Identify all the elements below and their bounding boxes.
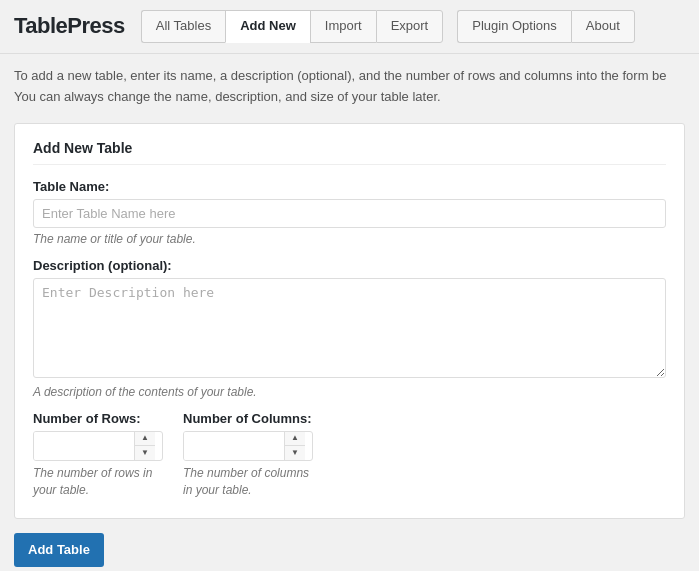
columns-input[interactable]: 5 xyxy=(184,432,284,460)
columns-group: Number of Columns: 5 ▲ ▼ The number of c… xyxy=(183,411,313,499)
tab-export[interactable]: Export xyxy=(376,10,444,43)
columns-input-wrapper: 5 ▲ ▼ xyxy=(183,431,313,461)
table-name-input[interactable] xyxy=(33,199,666,228)
description-hint: A description of the contents of your ta… xyxy=(33,385,666,399)
rows-label: Number of Rows: xyxy=(33,411,163,426)
rows-increment[interactable]: ▲ xyxy=(135,432,155,446)
table-name-label: Table Name: xyxy=(33,179,666,194)
table-name-group: Table Name: The name or title of your ta… xyxy=(33,179,666,246)
rows-spinner: ▲ ▼ xyxy=(134,432,155,460)
row-col-group: Number of Rows: 5 ▲ ▼ The number of rows… xyxy=(33,411,666,499)
form-card: Add New Table Table Name: The name or ti… xyxy=(14,123,685,520)
table-name-hint: The name or title of your table. xyxy=(33,232,666,246)
tab-all-tables[interactable]: All Tables xyxy=(141,10,225,43)
description-line1: To add a new table, enter its name, a de… xyxy=(14,66,685,86)
columns-increment[interactable]: ▲ xyxy=(285,432,305,446)
columns-hint: The number of columns in your table. xyxy=(183,465,313,499)
rows-input-wrapper: 5 ▲ ▼ xyxy=(33,431,163,461)
nav-tabs-right: Plugin Options About xyxy=(457,10,635,43)
columns-label: Number of Columns: xyxy=(183,411,313,426)
columns-decrement[interactable]: ▼ xyxy=(285,446,305,460)
rows-group: Number of Rows: 5 ▲ ▼ The number of rows… xyxy=(33,411,163,499)
description-textarea[interactable] xyxy=(33,278,666,378)
main-content: Add New Table Table Name: The name or ti… xyxy=(0,113,699,571)
form-title: Add New Table xyxy=(33,140,666,165)
tab-import[interactable]: Import xyxy=(310,10,376,43)
description-line2: You can always change the name, descript… xyxy=(14,87,685,107)
rows-decrement[interactable]: ▼ xyxy=(135,446,155,460)
tab-about[interactable]: About xyxy=(571,10,635,43)
logo: TablePress xyxy=(14,13,125,39)
nav-tabs: All Tables Add New Import Export xyxy=(141,10,443,43)
add-table-button[interactable]: Add Table xyxy=(14,533,104,567)
header: TablePress All Tables Add New Import Exp… xyxy=(0,0,699,54)
page-description: To add a new table, enter its name, a de… xyxy=(0,54,699,113)
description-label: Description (optional): xyxy=(33,258,666,273)
tab-plugin-options[interactable]: Plugin Options xyxy=(457,10,571,43)
tab-add-new[interactable]: Add New xyxy=(225,10,310,43)
description-group: Description (optional): A description of… xyxy=(33,258,666,399)
rows-input[interactable]: 5 xyxy=(34,432,134,460)
columns-spinner: ▲ ▼ xyxy=(284,432,305,460)
rows-hint: The number of rows in your table. xyxy=(33,465,163,499)
